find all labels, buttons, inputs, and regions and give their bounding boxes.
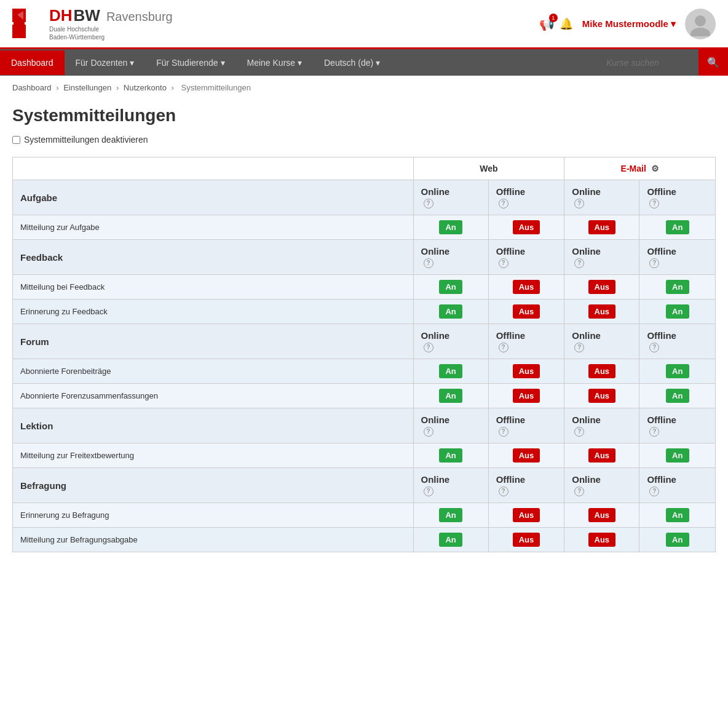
disable-checkbox[interactable] <box>12 136 20 144</box>
search-input[interactable] <box>600 53 698 73</box>
help-icon[interactable]: ? <box>574 343 584 352</box>
logo-subtitle-line2: Baden-Württemberg <box>49 33 173 41</box>
logo-area: DHBW Ravensburg Duale Hochschule Baden-W… <box>12 6 173 41</box>
notification-area: 📢 1 🔔 <box>539 17 573 31</box>
web-online-cell: An <box>413 384 488 408</box>
web-online-btn[interactable]: An <box>439 389 462 403</box>
email-online-btn[interactable]: Aus <box>588 280 616 294</box>
email-online-cell: Aus <box>564 443 639 468</box>
web-offline-btn[interactable]: Aus <box>513 448 540 463</box>
email-offline-cell: An <box>639 528 716 552</box>
web-online-btn[interactable]: An <box>439 280 462 294</box>
help-icon[interactable]: ? <box>499 199 508 209</box>
email-online-btn[interactable]: Aus <box>588 508 616 522</box>
avatar-icon <box>688 12 713 36</box>
email-offline-btn[interactable]: An <box>666 448 689 463</box>
breadcrumb-einstellungen[interactable]: Einstellungen <box>63 83 111 92</box>
email-online-btn[interactable]: Aus <box>588 448 616 463</box>
web-online-btn[interactable]: An <box>439 448 462 463</box>
logo-subtitle: Duale Hochschule Baden-Württemberg <box>49 25 173 41</box>
email-offline-cell: An <box>639 503 716 528</box>
help-icon[interactable]: ? <box>574 199 584 209</box>
web-offline-cell: Aus <box>488 359 564 384</box>
email-offline-cell: An <box>639 275 716 300</box>
search-button[interactable]: 🔍 <box>698 49 728 76</box>
page-title: Systemmitteilungen <box>12 106 716 125</box>
help-icon[interactable]: ? <box>574 487 584 496</box>
table-row: Abonnierte Forenbeiträge An Aus Aus An <box>13 359 716 384</box>
nav-meine-kurse[interactable]: Meine Kurse ▾ <box>236 50 313 75</box>
help-icon[interactable]: ? <box>424 427 433 437</box>
email-online-btn[interactable]: Aus <box>588 220 616 234</box>
web-online-cell: An <box>413 528 488 552</box>
avatar[interactable] <box>685 9 716 39</box>
help-icon[interactable]: ? <box>499 427 508 437</box>
email-offline-btn[interactable]: An <box>666 364 689 378</box>
email-online-btn[interactable]: Aus <box>588 533 616 547</box>
col-email-header: E-Mail ⚙ <box>564 157 716 180</box>
email-settings-icon[interactable]: ⚙ <box>651 164 659 173</box>
web-offline-btn[interactable]: Aus <box>513 280 540 294</box>
email-offline-btn[interactable]: An <box>666 304 689 319</box>
help-icon[interactable]: ? <box>649 258 659 268</box>
web-online-btn[interactable]: An <box>439 533 462 547</box>
help-icon[interactable]: ? <box>424 343 433 352</box>
cat-email-offline-label: Offline? <box>639 408 716 443</box>
web-online-btn[interactable]: An <box>439 304 462 319</box>
table-row: Mitteilung zur Aufgabe An Aus Aus An <box>13 215 716 240</box>
main-content: Systemmitteilungen Systemmitteilungen de… <box>0 100 728 571</box>
message-icon[interactable]: 🔔 <box>560 17 573 31</box>
notification-icon[interactable]: 📢 1 <box>539 17 555 31</box>
help-icon[interactable]: ? <box>424 487 433 496</box>
help-icon[interactable]: ? <box>499 258 508 268</box>
email-online-btn[interactable]: Aus <box>588 389 616 403</box>
email-offline-btn[interactable]: An <box>666 508 689 522</box>
web-offline-btn[interactable]: Aus <box>513 508 540 522</box>
email-online-btn[interactable]: Aus <box>588 364 616 378</box>
cat-email-offline-label: Offline? <box>639 468 716 503</box>
logo-ravensburg: Ravensburg <box>106 10 173 24</box>
help-icon[interactable]: ? <box>574 258 584 268</box>
disable-label[interactable]: Systemmitteilungen deaktivieren <box>24 135 148 145</box>
breadcrumb-nutzerkonto[interactable]: Nutzerkonto <box>124 83 167 92</box>
help-icon[interactable]: ? <box>499 487 508 496</box>
help-icon[interactable]: ? <box>499 343 508 352</box>
nav-search-area: 🔍 <box>600 49 728 76</box>
web-offline-btn[interactable]: Aus <box>513 533 540 547</box>
nav-dozenten[interactable]: Für Dozenten ▾ <box>65 50 146 75</box>
help-icon[interactable]: ? <box>649 343 659 352</box>
help-icon[interactable]: ? <box>424 258 433 268</box>
email-offline-btn[interactable]: An <box>666 533 689 547</box>
web-offline-btn[interactable]: Aus <box>513 220 540 234</box>
email-online-btn[interactable]: Aus <box>588 304 616 319</box>
breadcrumb-sep1: › <box>56 83 61 92</box>
help-icon[interactable]: ? <box>424 199 433 209</box>
email-offline-btn[interactable]: An <box>666 389 689 403</box>
cat-web-online-label: Online? <box>413 468 488 503</box>
help-icon[interactable]: ? <box>649 199 659 209</box>
nav-studierende[interactable]: Für Studierende ▾ <box>145 50 235 75</box>
web-offline-cell: Aus <box>488 503 564 528</box>
row-label: Erinnerung zu Feedback <box>13 300 414 324</box>
nav-dashboard[interactable]: Dashboard <box>0 50 65 75</box>
col-web-header: Web <box>413 157 564 180</box>
help-icon[interactable]: ? <box>649 427 659 437</box>
user-name[interactable]: Mike Mustermoodle ▾ <box>582 18 676 30</box>
help-icon[interactable]: ? <box>649 487 659 496</box>
table-header-row: Web E-Mail ⚙ <box>13 157 716 180</box>
web-online-btn[interactable]: An <box>439 508 462 522</box>
row-label: Mitteilung bei Feedback <box>13 275 414 300</box>
web-offline-btn[interactable]: Aus <box>513 389 540 403</box>
web-online-btn[interactable]: An <box>439 364 462 378</box>
email-offline-btn[interactable]: An <box>666 280 689 294</box>
web-offline-btn[interactable]: Aus <box>513 364 540 378</box>
nav-deutsch[interactable]: Deutsch (de) ▾ <box>313 50 391 75</box>
web-offline-btn[interactable]: Aus <box>513 304 540 319</box>
logo-subtitle-line1: Duale Hochschule <box>49 25 173 33</box>
help-icon[interactable]: ? <box>574 427 584 437</box>
breadcrumb-dashboard[interactable]: Dashboard <box>12 83 52 92</box>
cat-email-online-label: Online? <box>564 240 639 275</box>
web-online-btn[interactable]: An <box>439 220 462 234</box>
email-offline-btn[interactable]: An <box>666 220 689 234</box>
email-offline-cell: An <box>639 215 716 240</box>
